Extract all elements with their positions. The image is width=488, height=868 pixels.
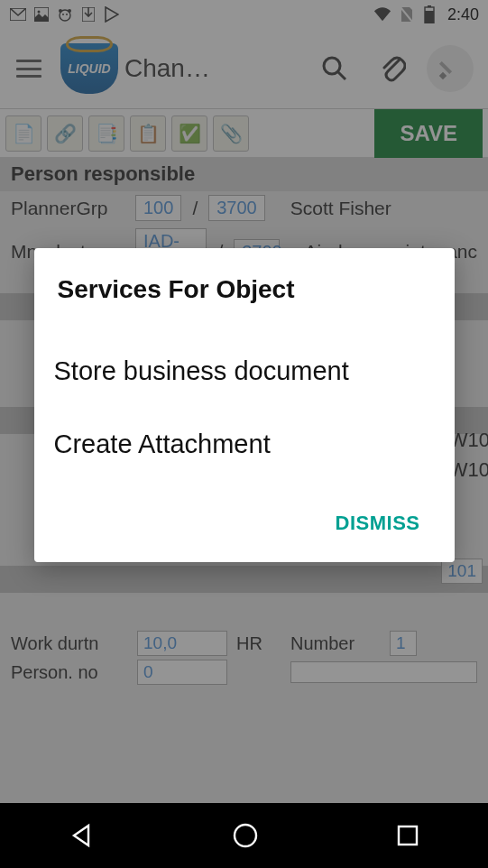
back-triangle-icon [67, 820, 97, 851]
dialog-actions: DISMISS [54, 501, 435, 546]
modal-overlay[interactable]: Services For Object Store business docum… [0, 0, 488, 868]
nav-back-button[interactable] [67, 820, 97, 851]
recent-square-icon [394, 822, 421, 849]
dialog-item-store-document[interactable]: Store business document [54, 335, 435, 408]
svg-rect-18 [399, 826, 417, 845]
dismiss-button[interactable]: DISMISS [321, 501, 435, 546]
android-nav-bar [0, 803, 488, 868]
svg-point-17 [235, 825, 256, 846]
home-circle-icon [230, 820, 261, 851]
dialog-item-create-attachment[interactable]: Create Attachment [54, 408, 435, 481]
nav-home-button[interactable] [230, 820, 261, 851]
services-dialog: Services For Object Store business docum… [34, 248, 455, 562]
dialog-title: Services For Object [54, 275, 435, 304]
nav-recent-button[interactable] [394, 822, 421, 849]
